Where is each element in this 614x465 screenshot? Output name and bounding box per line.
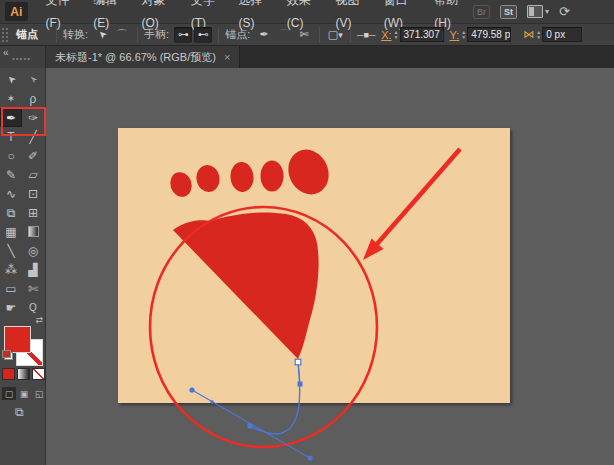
tools-panel-header: « ••••• (0, 46, 46, 68)
fill-swatch[interactable] (4, 326, 31, 353)
pen-tool-icon: ✒ (6, 111, 16, 125)
canvas-pasteboard[interactable] (46, 68, 614, 465)
tool-line-segment[interactable]: ╱ (22, 127, 44, 146)
anchor-point-selected[interactable] (248, 424, 253, 429)
x-label[interactable]: X: (381, 29, 391, 41)
draw-normal-icon: ▢ (5, 389, 14, 399)
type-tool-icon: T (7, 130, 14, 144)
remove-anchor-icon: ✒ (260, 28, 269, 41)
tool-shape-builder[interactable]: ⧉ (0, 203, 22, 222)
spin-down-icon[interactable]: ▼ (461, 35, 466, 40)
ellipse-tool-icon: ○ (7, 149, 14, 163)
convert-to-smooth-button[interactable]: ⌒ (113, 27, 131, 43)
tool-slice[interactable]: ✄ (22, 279, 44, 298)
corner-stepper[interactable]: ▲ ▼ (536, 30, 541, 40)
isolate-icon: ▢ (328, 28, 338, 41)
separator (218, 27, 219, 43)
panel-grip[interactable] (2, 28, 8, 42)
close-tab-icon[interactable]: × (224, 51, 230, 63)
selection-tool-icon: ➤ (4, 73, 18, 87)
tool-pen[interactable]: ✒ (0, 108, 22, 127)
tool-blend[interactable]: ◎ (22, 241, 44, 260)
touch-workspace-icon[interactable]: ⟳ (559, 4, 570, 19)
color-fill-button[interactable] (2, 368, 15, 380)
reference-point-widget[interactable]: ─■─ (357, 27, 375, 43)
spin-down-icon[interactable]: ▼ (394, 35, 399, 40)
free-transform-icon: ⊡ (28, 187, 38, 201)
handle-end-dot-right[interactable] (307, 455, 312, 460)
separator (56, 27, 57, 43)
handle-square[interactable] (298, 382, 303, 387)
isolate-object-button[interactable]: ▢▾ (326, 27, 344, 43)
tool-gradient[interactable] (22, 222, 44, 241)
toe-shape-4[interactable] (261, 161, 284, 192)
tool-eyedropper[interactable]: ╲ (0, 241, 22, 260)
anchor-point-endpoint[interactable] (295, 359, 301, 365)
tool-width[interactable]: ∿ (0, 184, 22, 203)
tool-mesh[interactable]: ▦ (0, 222, 22, 241)
annotation-arrow-shaft[interactable] (377, 149, 460, 244)
tool-artboard[interactable]: ▭ (0, 279, 22, 298)
handle-end-dot-left[interactable] (189, 387, 194, 392)
hide-handles-button[interactable]: ⊷ (194, 27, 212, 43)
tool-symbol-sprayer[interactable]: ⁂ (0, 260, 22, 279)
tool-curvature[interactable]: ✑ (22, 108, 44, 127)
tool-row: ✎ ▱ (0, 165, 45, 184)
corner-radius-input[interactable]: 0 px (542, 27, 582, 42)
toe-shape-1[interactable] (167, 169, 195, 199)
foot-sole-shape[interactable] (173, 212, 319, 359)
remove-anchor-button[interactable]: ✒ (255, 27, 273, 43)
tool-type[interactable]: T (0, 127, 22, 146)
lasso-icon: ρ (30, 92, 37, 106)
line-segment-icon: ╱ (29, 130, 36, 144)
tool-ellipse[interactable]: ○ (0, 146, 22, 165)
spin-down-icon[interactable]: ▼ (536, 35, 541, 40)
y-label[interactable]: Y: (450, 29, 460, 41)
bridge-button[interactable]: Br (473, 5, 490, 19)
appbar-right: Br St ▾ ⟳ (473, 4, 614, 19)
tool-pencil[interactable]: ✎ (0, 165, 22, 184)
tool-direct-selection[interactable]: ➢ (22, 70, 44, 89)
tool-selection[interactable]: ➤ (0, 70, 22, 89)
connect-endpoints-button[interactable]: ⌒ (275, 27, 293, 43)
pencil-icon: ✎ (6, 168, 16, 182)
tool-column-graph[interactable]: ▟ (22, 260, 44, 279)
default-fill-stroke-icon[interactable] (2, 350, 13, 360)
tool-eraser[interactable]: ▱ (22, 165, 44, 184)
tool-free-transform[interactable]: ⊡ (22, 184, 44, 203)
panel-drag-handle[interactable]: ••••• (12, 54, 31, 63)
toe-shape-3[interactable] (229, 161, 255, 193)
bezier-path-segment[interactable] (250, 362, 300, 434)
draw-behind-button[interactable]: ▣ (17, 387, 31, 400)
cut-path-button[interactable]: ✄ (295, 27, 313, 43)
tool-hand[interactable]: ☛ (0, 298, 22, 317)
collapse-panel-icon[interactable]: « (3, 47, 9, 58)
convert-to-corner-button[interactable]: ➤ (93, 27, 111, 43)
stock-button[interactable]: St (500, 5, 517, 19)
tool-magic-wand[interactable]: ✶ (0, 89, 22, 108)
tool-paintbrush[interactable]: ✐ (22, 146, 44, 165)
screen-mode-button[interactable]: ⧉ (15, 405, 24, 419)
document-tab[interactable]: 未标题-1* @ 66.67% (RGB/预览) × (46, 46, 240, 68)
draw-inside-icon: ◱ (35, 389, 44, 399)
workspace: ➤ ➢ ✶ ρ ✒ ✑ T ╱ ○ ✐ ✎ ▱ ∿ ⊡ ⧉ ⊞ (0, 68, 614, 465)
tool-perspective-grid[interactable]: ⊞ (22, 203, 44, 222)
tool-row: ▭ ✄ (0, 279, 45, 298)
tool-row: ➤ ➢ (0, 70, 45, 89)
x-stepper[interactable]: ▲ ▼ (394, 30, 399, 40)
y-input[interactable]: 479.58 px (467, 27, 511, 42)
tool-lasso[interactable]: ρ (22, 89, 44, 108)
y-stepper[interactable]: ▲ ▼ (461, 30, 466, 40)
draw-inside-button[interactable]: ◱ (32, 387, 46, 400)
swap-fill-stroke-icon[interactable]: ⇄ (35, 315, 43, 325)
gradient-fill-button[interactable] (17, 368, 30, 380)
toe-shape-2[interactable] (194, 163, 221, 194)
workspace-switcher[interactable]: ▾ (527, 5, 549, 18)
toe-shape-5[interactable] (281, 143, 336, 201)
draw-normal-button[interactable]: ▢ (2, 387, 16, 400)
none-fill-button[interactable] (32, 368, 45, 380)
x-input[interactable]: 371.307 px (400, 27, 444, 42)
tool-row: T ╱ (0, 127, 45, 146)
app-logo[interactable]: Ai (5, 2, 28, 21)
show-handles-button[interactable]: ⊶ (174, 27, 192, 43)
